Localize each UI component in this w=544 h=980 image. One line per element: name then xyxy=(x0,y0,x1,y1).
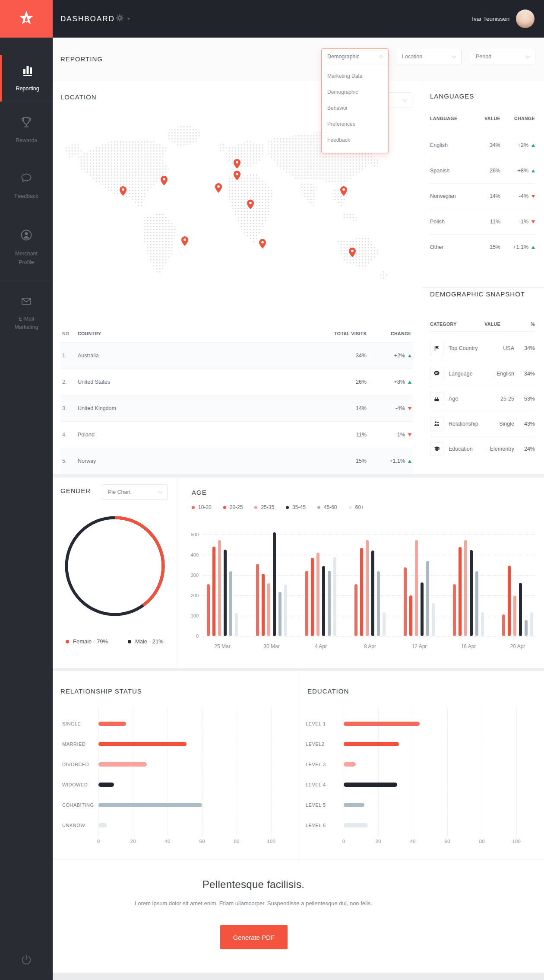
language-row[interactable]: Other15%+1.1% xyxy=(430,234,535,260)
dropdown-option-demographic[interactable]: Demographic xyxy=(322,84,388,100)
bar-60+[interactable] xyxy=(481,612,484,636)
sidebar-item-e-mail-marketing[interactable]: E-Mail Marketing xyxy=(0,280,53,346)
sidebar-item-reporting[interactable]: Reporting xyxy=(0,55,53,102)
bar-10-20[interactable] xyxy=(354,584,357,636)
language-row[interactable]: Norwegian14%-4% xyxy=(430,183,535,209)
sidebar-item-rewards[interactable]: Rewards xyxy=(0,102,53,158)
map-pin-icon[interactable] xyxy=(234,159,240,169)
bar-25-35[interactable] xyxy=(366,540,369,636)
bar-20-25[interactable] xyxy=(459,547,462,636)
language-row[interactable]: English34%+2% xyxy=(430,132,535,158)
snapshot-row[interactable]: LanguageEnglish34% xyxy=(430,361,535,386)
table-row[interactable]: 4.Poland11%-1% xyxy=(60,421,413,448)
bar-35-45[interactable] xyxy=(224,550,227,636)
language-row[interactable]: Polish11%-1% xyxy=(430,209,535,234)
dropdown-option-feedback[interactable]: Feedback xyxy=(322,132,388,148)
bar-60+[interactable] xyxy=(383,612,386,636)
table-row[interactable]: 3.United Kingdom14%-4% xyxy=(60,395,413,421)
bar-10-20[interactable] xyxy=(256,564,259,636)
table-row[interactable]: 5.Norway15%+1.1% xyxy=(60,448,413,474)
bar-25-35[interactable] xyxy=(464,540,467,636)
snapshot-row[interactable]: Top CountryUSA34% xyxy=(430,336,535,361)
map-pin-icon[interactable] xyxy=(259,239,266,248)
table-row[interactable]: 1.Australia34%+2% xyxy=(60,342,413,369)
bar-45-60[interactable] xyxy=(525,620,528,636)
bar-25-35[interactable] xyxy=(415,540,418,636)
bar-20-25[interactable] xyxy=(409,595,412,636)
language-row[interactable]: Spanish26%+8% xyxy=(430,158,535,183)
bar-10-20[interactable] xyxy=(502,614,505,636)
bar-single[interactable] xyxy=(98,722,126,726)
table-row[interactable]: 2.United States26%+8% xyxy=(60,369,413,395)
bar-45-60[interactable] xyxy=(426,561,429,636)
bar-10-20[interactable] xyxy=(305,571,308,636)
bar-25-35[interactable] xyxy=(513,596,516,636)
sidebar-item-feedback[interactable]: Feedback xyxy=(0,158,53,214)
bar-35-45[interactable] xyxy=(519,583,522,636)
bar-20-25[interactable] xyxy=(212,547,215,636)
bar-10-20[interactable] xyxy=(207,584,210,636)
bar-25-35[interactable] xyxy=(218,540,221,636)
bar-widowed[interactable] xyxy=(98,783,114,787)
bar-45-60[interactable] xyxy=(278,592,281,636)
bar-divorced[interactable] xyxy=(98,762,147,767)
reporting-on-select[interactable]: Demographic xyxy=(322,49,388,64)
settings-control[interactable] xyxy=(116,0,130,38)
bar-level-4[interactable] xyxy=(344,783,397,787)
bar-level-5[interactable] xyxy=(344,803,364,807)
bar-35-45[interactable] xyxy=(371,550,374,636)
app-logo[interactable] xyxy=(0,0,53,38)
location-select[interactable]: Location xyxy=(396,49,462,64)
map-pin-icon[interactable] xyxy=(181,236,188,246)
bar-unknow[interactable] xyxy=(98,823,107,827)
dropdown-option-marketing-data[interactable]: Marketing Data xyxy=(322,68,388,84)
bar-45-60[interactable] xyxy=(475,571,478,636)
snapshot-row[interactable]: RelationshipSingle43% xyxy=(430,411,535,436)
chevron-down-icon xyxy=(526,54,530,58)
generate-pdf-button[interactable]: Generate PDF xyxy=(220,925,288,949)
bar-60+[interactable] xyxy=(432,603,435,636)
map-pin-icon[interactable] xyxy=(234,171,240,180)
bar-level2[interactable] xyxy=(344,742,399,746)
bar-60+[interactable] xyxy=(530,612,533,636)
bar-60+[interactable] xyxy=(235,613,238,636)
bar-20-25[interactable] xyxy=(508,566,511,636)
bar-25-35[interactable] xyxy=(316,553,319,636)
bar-level-6[interactable] xyxy=(344,823,368,827)
bar-level-1[interactable] xyxy=(344,722,420,726)
gender-chart-type-select[interactable]: Pie Chart xyxy=(102,484,168,500)
logout-button[interactable] xyxy=(0,953,53,968)
bar-45-60[interactable] xyxy=(377,571,380,636)
map-pin-icon[interactable] xyxy=(349,248,356,257)
sidebar-item-merchant-profile[interactable]: Merchant Profile xyxy=(0,214,53,280)
bar-20-25[interactable] xyxy=(311,558,314,636)
bar-45-60[interactable] xyxy=(229,571,232,636)
bar-10-20[interactable] xyxy=(404,567,407,636)
snapshot-value: 25-25 xyxy=(481,396,514,402)
bar-45-60[interactable] xyxy=(328,571,331,636)
bar-cohabiting[interactable] xyxy=(98,803,202,807)
map-pin-icon[interactable] xyxy=(120,186,127,196)
avatar[interactable] xyxy=(516,10,535,28)
bar-35-45[interactable] xyxy=(470,550,473,636)
map-pin-icon[interactable] xyxy=(161,176,168,185)
bar-25-35[interactable] xyxy=(267,583,270,636)
bar-35-45[interactable] xyxy=(273,532,276,636)
map-pin-icon[interactable] xyxy=(247,200,254,209)
bar-60+[interactable] xyxy=(284,585,287,636)
bar-married[interactable] xyxy=(98,742,187,746)
bar-35-45[interactable] xyxy=(322,566,325,636)
bar-20-25[interactable] xyxy=(360,548,363,636)
bar-level-3[interactable] xyxy=(344,762,356,767)
bar-35-45[interactable] xyxy=(421,582,424,636)
snapshot-row[interactable]: Age25-2553% xyxy=(430,386,535,411)
map-pin-icon[interactable] xyxy=(340,186,347,196)
period-select[interactable]: Period xyxy=(470,49,535,64)
dropdown-option-preferences[interactable]: Preferences xyxy=(322,116,388,132)
bar-10-20[interactable] xyxy=(453,584,456,636)
dropdown-option-behavior[interactable]: Behavior xyxy=(322,100,388,116)
map-pin-icon[interactable] xyxy=(215,183,222,193)
bar-60+[interactable] xyxy=(333,557,336,636)
bar-20-25[interactable] xyxy=(262,574,265,636)
snapshot-row[interactable]: EducationElementry24% xyxy=(430,436,535,461)
